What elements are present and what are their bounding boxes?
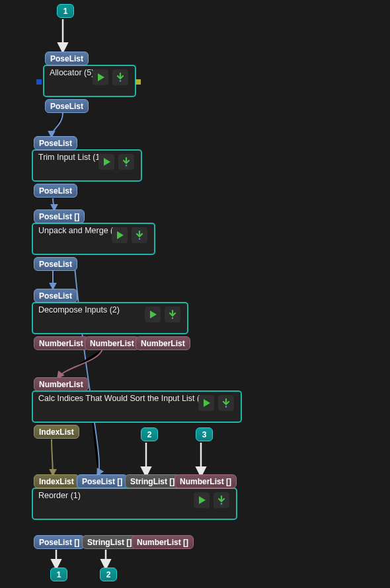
label: PoseList [] [39,538,79,547]
port-in-numberlist-arr-reorder[interactable]: NumberList [] [175,474,237,488]
download-icon [221,398,231,408]
port-in-poselist-allocator[interactable]: PoseList [45,52,89,65]
svg-point-4 [225,406,227,408]
play-icon [204,399,210,407]
label: NumberList [] [137,538,188,547]
port-out-poselist-trim[interactable]: PoseList [34,184,77,198]
step-button[interactable] [218,395,234,411]
svg-point-3 [172,317,174,319]
label: PoseList [39,260,72,269]
label: PoseList [50,102,83,111]
label: StringList [] [130,477,175,486]
port-in-poselist-decompose[interactable]: PoseList [34,289,77,303]
play-button[interactable] [145,307,161,322]
node-side-port-left[interactable] [36,79,42,85]
svg-point-2 [139,238,141,240]
graph-canvas[interactable]: 1 PoseList Allocator (5) PoseList PoseLi… [0,0,390,588]
play-button[interactable] [93,69,108,85]
graph-output-1[interactable]: 1 [50,568,67,581]
port-out-poselist-unpack[interactable]: PoseList [34,257,77,271]
node-unpack-and-merge[interactable]: Unpack and Merge (1) [32,223,155,255]
label: PoseList [39,186,72,196]
port-out-poselist-arr-reorder[interactable]: PoseList [] [34,535,85,549]
label: StringList [] [87,538,132,547]
play-button[interactable] [194,492,210,508]
port-in-stringlist-arr-reorder[interactable]: StringList [] [125,474,180,488]
svg-point-1 [126,165,128,166]
step-button[interactable] [118,154,134,170]
node-side-port-right[interactable] [136,79,141,85]
port-in-indexlist-reorder[interactable]: IndexList [34,474,79,488]
port-out-stringlist-arr-reorder[interactable]: StringList [] [82,535,137,549]
label: NumberList [] [180,477,231,486]
graph-input-2[interactable]: 2 [141,427,158,441]
label: 1 [57,570,61,579]
port-out-numberlist-decompose-2[interactable]: NumberList [136,336,190,350]
label: PoseList [39,139,72,148]
download-icon [122,157,131,166]
play-icon [98,73,104,81]
port-in-poselist-arr-unpack[interactable]: PoseList [] [34,209,85,223]
label: NumberList [90,339,134,348]
play-button[interactable] [98,154,114,170]
step-button[interactable] [132,227,147,243]
label: NumberList [141,339,185,348]
label: PoseList [39,291,72,301]
node-decompose-inputs[interactable]: Decompose Inputs (2) [32,302,188,334]
graph-input-3[interactable]: 3 [196,427,213,441]
port-out-numberlist-decompose-1[interactable]: NumberList [85,336,139,350]
graph-input-1[interactable]: 1 [57,4,74,18]
download-icon [135,231,144,240]
graph-output-2[interactable]: 2 [100,568,117,581]
label: IndexList [39,477,74,486]
node-allocator[interactable]: Allocator (5) [43,65,136,97]
svg-point-0 [120,80,122,82]
play-button[interactable] [198,395,214,411]
play-icon [199,496,206,504]
port-in-numberlist-calc[interactable]: NumberList [34,377,89,391]
label: 1 [63,7,68,16]
download-icon [217,496,226,505]
label: PoseList [50,54,83,63]
step-button[interactable] [165,307,180,322]
label: NumberList [39,339,83,348]
label: NumberList [39,380,83,389]
port-out-numberlist-arr-reorder[interactable]: NumberList [] [132,535,194,549]
download-icon [168,310,177,319]
port-out-poselist-allocator[interactable]: PoseList [45,99,89,113]
play-icon [150,311,157,318]
step-button[interactable] [214,492,229,508]
port-out-indexlist-calc[interactable]: IndexList [34,425,79,439]
node-reorder[interactable]: Reorder (1) [32,488,237,520]
port-in-poselist-arr-reorder[interactable]: PoseList [] [77,474,128,488]
label: 2 [147,430,152,439]
label: 2 [106,570,111,579]
play-button[interactable] [112,227,128,243]
download-icon [116,73,125,82]
label: PoseList [] [82,477,122,486]
play-icon [104,158,110,166]
node-calc-sort-indices[interactable]: Calc Indices That Would Sort the Input L… [32,390,242,423]
port-in-poselist-trim[interactable]: PoseList [34,136,77,150]
node-trim-input-list[interactable]: Trim Input List (1) [32,149,142,182]
step-button[interactable] [112,69,128,85]
label: 3 [202,430,207,439]
play-icon [117,231,124,239]
label: IndexList [39,427,74,437]
port-out-numberlist-decompose-0[interactable]: NumberList [34,336,89,350]
label: PoseList [] [39,212,79,221]
svg-point-5 [221,503,223,505]
